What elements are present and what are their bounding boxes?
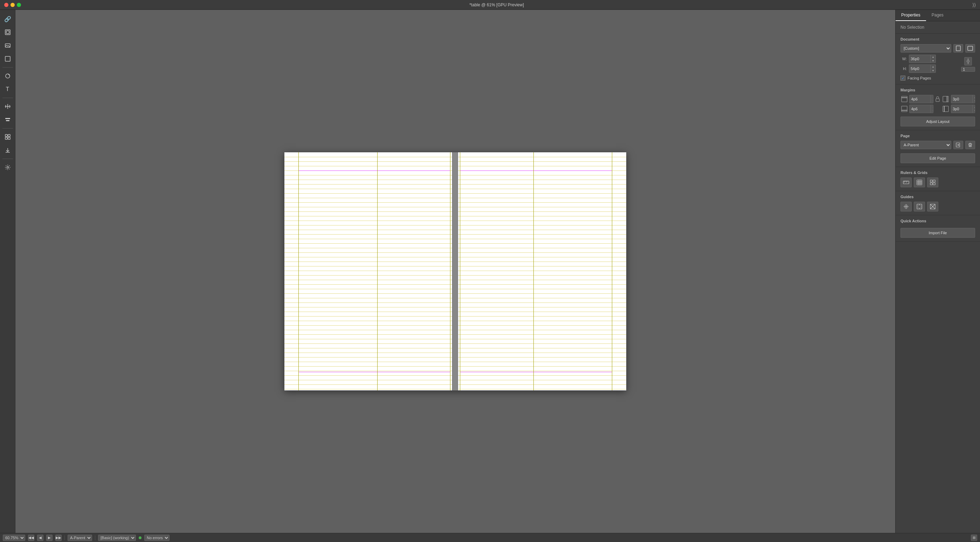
col-guide-left-1 bbox=[298, 152, 299, 390]
canvas-wrapper bbox=[270, 138, 640, 404]
margin-bottom-spin-up[interactable]: ▲ bbox=[931, 105, 934, 109]
toolbar-sep-3 bbox=[2, 128, 13, 129]
margin-top-spin-up[interactable]: ▲ bbox=[931, 95, 934, 99]
preset-select[interactable]: [Custom] Letter A4 Tabloid bbox=[900, 44, 951, 52]
toolbar-sep-4 bbox=[2, 159, 13, 159]
margin-lock-icon[interactable] bbox=[935, 96, 940, 102]
grid-squares-icon-btn[interactable] bbox=[927, 178, 938, 187]
svg-rect-5 bbox=[5, 118, 10, 119]
link-wh-btn[interactable] bbox=[964, 57, 972, 65]
tab-pages[interactable]: Pages bbox=[926, 10, 949, 21]
svg-rect-18 bbox=[936, 99, 939, 102]
parent-select-status[interactable]: A-Parent None bbox=[68, 535, 92, 541]
baseline-line bbox=[285, 389, 452, 389]
nav-first-btn[interactable]: ◀◀ bbox=[28, 535, 34, 541]
toolbar-sep-2 bbox=[2, 98, 13, 98]
delete-page-btn[interactable] bbox=[965, 141, 975, 149]
guide-margin-icon-btn[interactable] bbox=[914, 202, 925, 211]
align-tool-btn[interactable] bbox=[2, 113, 14, 126]
margin-right-spin-up[interactable]: ▲ bbox=[973, 95, 975, 99]
baseline-line bbox=[285, 298, 452, 298]
margin-bottom-spin-down[interactable]: ▼ bbox=[931, 109, 934, 113]
import-file-btn[interactable]: Import File bbox=[900, 228, 975, 238]
height-spin-down[interactable]: ▼ bbox=[931, 68, 935, 73]
baseline-line bbox=[458, 380, 626, 380]
edit-page-btn[interactable]: Edit Page bbox=[900, 153, 975, 163]
left-page bbox=[285, 152, 452, 390]
width-spin-down[interactable]: ▼ bbox=[931, 59, 935, 63]
add-page-btn[interactable] bbox=[953, 141, 963, 149]
canvas-area[interactable] bbox=[16, 10, 895, 533]
margin-left-spin-up[interactable]: ▲ bbox=[973, 105, 975, 109]
margin-left-spin-down[interactable]: ▼ bbox=[973, 109, 975, 113]
baseline-line bbox=[285, 385, 452, 385]
transform-tool-btn[interactable] bbox=[2, 100, 14, 113]
baseline-line bbox=[285, 330, 452, 330]
pages-input[interactable] bbox=[963, 67, 974, 72]
effect-tool-btn[interactable] bbox=[2, 130, 14, 143]
margin-bottom-input[interactable] bbox=[910, 107, 931, 111]
color-tool-btn[interactable] bbox=[2, 70, 14, 82]
window-title: *table @ 61% [GPU Preview] bbox=[25, 2, 968, 7]
grid-lines-icon-btn[interactable] bbox=[914, 178, 925, 187]
frame-tool-btn[interactable] bbox=[2, 52, 14, 65]
page-parent-select[interactable]: A-Parent None bbox=[900, 141, 951, 149]
facing-pages-label: Facing Pages bbox=[907, 76, 931, 80]
settings-tool-btn[interactable] bbox=[2, 161, 14, 174]
link-tool-btn[interactable]: 🔗 bbox=[2, 13, 14, 25]
errors-select[interactable]: No errors bbox=[144, 535, 170, 541]
baseline-line bbox=[458, 211, 626, 212]
nav-next-btn[interactable]: ▶ bbox=[46, 535, 52, 541]
preflight-select[interactable]: [Basic] (working) [None] bbox=[98, 535, 136, 541]
margin-top-spin-down[interactable]: ▼ bbox=[931, 99, 934, 103]
margin-right-spin-down[interactable]: ▼ bbox=[973, 99, 975, 103]
image-tool-btn[interactable] bbox=[2, 39, 14, 52]
margin-left-input[interactable] bbox=[951, 107, 972, 111]
minimize-dot[interactable] bbox=[11, 3, 15, 7]
guide-cross-icon-btn[interactable] bbox=[900, 202, 912, 211]
quick-actions-section: Quick Actions Import File bbox=[896, 215, 980, 242]
nav-last-btn[interactable]: ▶▶ bbox=[55, 535, 62, 541]
baseline-line bbox=[285, 289, 452, 289]
layers-tool-btn[interactable] bbox=[2, 26, 14, 38]
baseline-line bbox=[458, 385, 626, 385]
height-spin-up[interactable]: ▲ bbox=[931, 65, 935, 68]
maximize-dot[interactable] bbox=[17, 3, 21, 7]
baseline-line bbox=[285, 284, 452, 285]
margin-top-spin-arrows: ▲ ▼ bbox=[931, 95, 934, 103]
baseline-line bbox=[458, 157, 626, 157]
col-guide-right-3 bbox=[612, 152, 612, 390]
baseline-line bbox=[285, 262, 452, 262]
facing-pages-checkbox[interactable]: ✓ bbox=[900, 76, 905, 81]
portrait-btn[interactable] bbox=[953, 44, 963, 52]
export-tool-btn[interactable] bbox=[2, 144, 14, 156]
height-input[interactable] bbox=[909, 67, 930, 71]
baseline-line bbox=[285, 312, 452, 312]
guides-section: Guides bbox=[896, 191, 980, 215]
baseline-line bbox=[285, 316, 452, 316]
status-bar: 60.75% 25% 50% 75% 100% 150% 200% ◀◀ ◀ ▶… bbox=[0, 533, 980, 542]
baseline-line bbox=[458, 175, 626, 175]
close-dot[interactable] bbox=[4, 3, 8, 7]
collapse-btn[interactable]: ⟩⟩ bbox=[972, 2, 976, 8]
nav-prev-btn[interactable]: ◀ bbox=[37, 535, 43, 541]
margin-right-input[interactable] bbox=[951, 97, 972, 101]
margin-right-icon bbox=[942, 95, 950, 103]
document-section: Document [Custom] Letter A4 Tabloid bbox=[896, 33, 980, 84]
baseline-line bbox=[285, 334, 452, 335]
width-input[interactable] bbox=[909, 57, 930, 61]
margin-top-input[interactable] bbox=[910, 97, 931, 101]
margin-bottom-icon bbox=[900, 105, 908, 113]
baseline-line bbox=[458, 234, 626, 235]
status-sep-1 bbox=[64, 536, 65, 540]
guide-diagonal-icon-btn[interactable] bbox=[927, 202, 938, 211]
ruler-icon-btn[interactable] bbox=[900, 178, 912, 187]
width-spin-up[interactable]: ▲ bbox=[931, 55, 935, 59]
zoom-select[interactable]: 60.75% 25% 50% 75% 100% 150% 200% bbox=[3, 535, 25, 541]
adjust-layout-btn[interactable]: Adjust Layout bbox=[900, 117, 975, 126]
landscape-btn[interactable] bbox=[965, 44, 975, 52]
baseline-line bbox=[458, 353, 626, 353]
panel-toggle-btn[interactable]: ⊞ bbox=[971, 535, 977, 541]
text-tool-btn[interactable]: T bbox=[2, 83, 14, 95]
tab-properties[interactable]: Properties bbox=[896, 10, 926, 21]
